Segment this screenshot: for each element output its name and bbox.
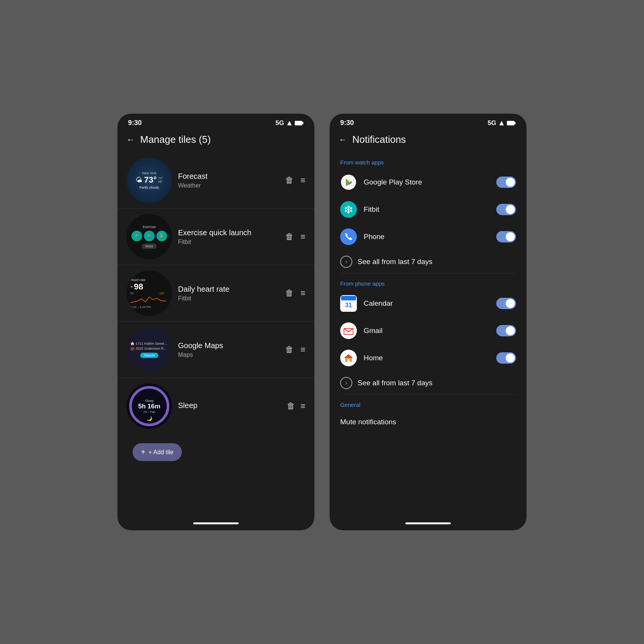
svg-point-13	[347, 208, 350, 211]
svg-marker-0	[287, 121, 292, 125]
drag-maps-handle[interactable]: ≡	[300, 345, 305, 355]
tile-item-forecast: New York 🌤 73° 74° 68° Partly cloudy For…	[117, 152, 314, 209]
hr-heart-icon: ♥	[130, 284, 133, 289]
toggle-fitbit[interactable]	[496, 204, 516, 215]
delete-heartrate-button[interactable]: 🗑	[285, 288, 294, 298]
weather-temp: 73°	[144, 175, 156, 185]
delete-exercise-button[interactable]: 🗑	[285, 232, 294, 242]
notif-label-calendar: Calendar	[364, 299, 489, 308]
tile-name-sleep: Sleep	[178, 401, 281, 410]
tile-thumb-sleep: Sleep 5h 16m 74 – Fair 🌙	[127, 383, 172, 429]
tile-thumb-heartrate: Heart rate ♥ 98 52 137 2:23 – 4:23 PM	[127, 270, 172, 316]
home-indicator-left	[193, 522, 239, 524]
tile-thumb-maps: 🏠 1711 Hattim Street... 💼 2025 Graterixe…	[127, 327, 172, 372]
maps-home-addr: 1711 Hattim Street...	[136, 342, 167, 345]
fitbit-svg	[343, 204, 354, 215]
hr-value: 98	[134, 282, 143, 292]
svg-point-16	[345, 210, 347, 212]
tile-thumb-forecast: New York 🌤 73° 74° 68° Partly cloudy	[127, 158, 172, 203]
tile-name-maps: Google Maps	[178, 341, 279, 350]
svg-point-12	[347, 206, 350, 208]
svg-text:31: 31	[345, 302, 352, 308]
weather-city: New York	[142, 171, 156, 175]
tile-source-exercise: Fitbit	[178, 239, 279, 245]
status-bar-left: 9:30 5G	[117, 114, 314, 130]
delete-forecast-button[interactable]: 🗑	[285, 175, 294, 185]
svg-rect-4	[507, 121, 514, 125]
phone-icon	[340, 228, 357, 245]
drag-forecast-handle[interactable]: ≡	[300, 175, 305, 185]
toggle-google-play[interactable]	[496, 177, 516, 188]
home-app-icon	[340, 350, 357, 366]
tile-actions-heartrate: 🗑 ≡	[285, 288, 305, 298]
play-store-svg	[341, 175, 356, 190]
page-title-right: Notifications	[352, 134, 406, 145]
tile-item-heartrate: Heart rate ♥ 98 52 137 2:23 – 4:23 PM Da…	[117, 265, 314, 322]
status-icons-left: 5G	[275, 119, 304, 127]
mute-notifications-label: Mute notifications	[340, 418, 396, 426]
fitbit-icon	[340, 201, 357, 218]
add-tile-button[interactable]: + + Add tile	[133, 443, 182, 461]
drag-heartrate-handle[interactable]: ≡	[300, 288, 305, 298]
notif-label-fitbit: Fitbit	[364, 205, 489, 214]
see-all-watch[interactable]: › See all from last 7 days	[330, 250, 527, 273]
toggle-knob-home	[506, 353, 515, 363]
tile-item-maps: 🏠 1711 Hattim Street... 💼 2025 Graterixe…	[117, 322, 314, 378]
sleep-actions: 🗑 ≡	[287, 401, 305, 411]
tile-thumb-exercise: Exercise 🏃 🚶 🚴 More	[127, 214, 172, 259]
delete-maps-button[interactable]: 🗑	[285, 345, 294, 355]
back-button-right[interactable]: ←	[339, 135, 347, 145]
header-left: ← Manage tiles (5)	[117, 130, 314, 152]
calendar-icon: 31	[340, 295, 357, 312]
section-watch-apps: From watch apps	[330, 152, 527, 169]
notif-item-phone: Phone	[330, 223, 527, 250]
google-play-icon	[340, 174, 357, 191]
toggle-knob-phone	[506, 232, 515, 241]
toggle-home[interactable]	[496, 352, 516, 364]
notif-item-fitbit: Fitbit	[330, 196, 527, 223]
toggle-phone[interactable]	[496, 231, 516, 242]
tile-info-exercise: Exercise quick launch Fitbit	[178, 228, 279, 245]
tile-source-forecast: Weather	[178, 182, 279, 189]
svg-rect-20	[341, 296, 356, 300]
home-icon: 🏠	[130, 342, 134, 345]
hr-time: 2:23 – 4:23 PM	[130, 305, 151, 309]
weather-emoji: 🌤	[136, 176, 142, 184]
back-button-left[interactable]: ←	[127, 135, 135, 145]
hr-label: Heart rate	[130, 278, 145, 282]
see-all-phone-text: See all from last 7 days	[358, 379, 432, 387]
network-right: 5G	[488, 119, 496, 127]
see-all-phone[interactable]: › See all from last 7 days	[330, 372, 527, 394]
delete-sleep-button[interactable]: 🗑	[287, 401, 295, 411]
toggle-gmail[interactable]	[496, 325, 516, 336]
svg-marker-3	[499, 121, 504, 125]
tile-info-forecast: Forecast Weather	[178, 172, 279, 189]
calendar-svg: 31	[341, 296, 356, 311]
svg-point-22	[341, 323, 356, 338]
drag-exercise-handle[interactable]: ≡	[300, 232, 305, 242]
maps-search-btn[interactable]: Search	[140, 353, 159, 358]
toggle-calendar[interactable]	[496, 298, 516, 309]
drag-sleep-handle[interactable]: ≡	[300, 401, 305, 411]
exercise-icon-1: 🏃	[131, 231, 142, 241]
work-icon: 💼	[130, 347, 134, 350]
notif-label-phone: Phone	[364, 233, 489, 241]
gmail-svg	[341, 323, 356, 338]
notif-item-gmail: Gmail	[330, 317, 527, 344]
notif-item-mute[interactable]: Mute notifications	[330, 411, 527, 433]
svg-rect-5	[514, 122, 516, 124]
notif-item-calendar: 31 Calendar	[330, 290, 527, 317]
tile-name-heartrate: Daily heart rate	[178, 285, 279, 294]
notif-item-google-play: Google Play Store	[330, 169, 527, 196]
tile-source-maps: Maps	[178, 352, 279, 358]
tile-item-exercise: Exercise 🏃 🚶 🚴 More Exercise quick launc…	[117, 209, 314, 265]
notif-label-home: Home	[364, 354, 489, 362]
hr-low: 52	[130, 292, 134, 295]
hr-high: 137	[159, 292, 164, 295]
weather-desc: Partly cloudy	[139, 186, 159, 189]
exercise-icon-3: 🚴	[156, 231, 167, 241]
add-tile-plus: +	[141, 448, 145, 456]
status-bar-right: 9:30 5G	[330, 114, 527, 130]
left-phone: 9:30 5G ← Manage tiles (5) New York 🌤 73…	[117, 114, 314, 530]
sleep-moon-icon: 🌙	[147, 416, 152, 421]
